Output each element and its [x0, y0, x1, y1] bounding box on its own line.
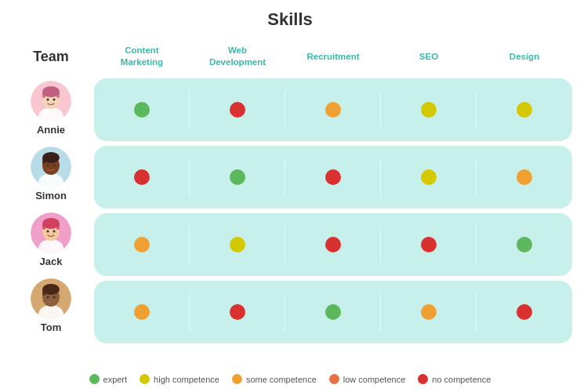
svg-rect-20	[56, 223, 60, 230]
skill-dot	[517, 237, 532, 252]
team-column: Team Annie	[8, 38, 94, 366]
avatar-annie	[31, 81, 71, 122]
skill-cell-simon-seo	[381, 146, 477, 209]
svg-rect-19	[42, 223, 45, 230]
skill-dot	[517, 304, 532, 320]
skill-dot	[230, 304, 245, 320]
skill-cell-annie-web_development	[190, 78, 285, 141]
person-name-annie: Annie	[37, 124, 65, 136]
team-label: Team	[33, 38, 69, 75]
skill-cell-simon-web_development	[190, 146, 285, 209]
page: Skills Team Annie	[0, 0, 580, 392]
legend-dot-high_competence	[140, 374, 150, 384]
svg-point-13	[47, 165, 49, 167]
skill-cell-annie-design	[477, 78, 572, 141]
skill-cell-tom-seo	[381, 281, 477, 343]
legend-label-expert: expert	[103, 375, 128, 384]
avatar-cell-jack: Jack	[31, 207, 71, 273]
grid-area: ContentMarketingWebDevelopmentRecruitmen…	[94, 38, 572, 366]
legend-label-high_competence: high competence	[154, 375, 219, 384]
skill-cell-jack-recruitment	[285, 213, 381, 276]
col-header-seo: SEO	[381, 38, 477, 75]
data-row-simon	[94, 146, 572, 209]
legend-label-low_competence: low competence	[343, 375, 406, 384]
skill-cell-tom-web_development	[190, 281, 285, 343]
legend-dot-some_competence	[232, 374, 242, 384]
svg-point-22	[53, 230, 56, 233]
person-name-jack: Jack	[40, 256, 63, 267]
legend-label-some_competence: some competence	[246, 375, 317, 384]
skill-dot	[325, 102, 341, 118]
svg-rect-27	[42, 289, 45, 296]
data-row-jack	[94, 213, 572, 276]
skill-dot	[421, 237, 437, 252]
legend-dot-low_competence	[329, 374, 339, 384]
data-rows	[94, 78, 572, 366]
svg-point-7	[53, 99, 56, 101]
avatar-cell-annie: Annie	[31, 75, 71, 141]
legend-item-low_competence: low competence	[329, 374, 406, 384]
skill-cell-tom-recruitment	[285, 281, 381, 343]
skill-dot	[134, 102, 150, 118]
skill-cell-annie-recruitment	[285, 78, 381, 141]
skill-cell-simon-recruitment	[285, 146, 381, 209]
col-header-web_development: WebDevelopment	[190, 38, 285, 75]
col-header-content_marketing: ContentMarketing	[94, 38, 190, 75]
legend-item-high_competence: high competence	[140, 374, 219, 384]
legend: experthigh competencesome competencelow …	[89, 374, 491, 384]
skill-dot	[517, 102, 532, 118]
data-row-tom	[94, 281, 572, 343]
skill-cell-jack-content_marketing	[94, 213, 190, 276]
skill-dot	[421, 102, 437, 118]
skill-dot	[134, 237, 150, 252]
person-name-tom: Tom	[41, 321, 61, 333]
legend-dot-no_competence	[418, 374, 428, 384]
legend-label-no_competence: no competence	[432, 375, 491, 384]
skill-dot	[421, 304, 437, 320]
skill-cell-annie-seo	[381, 78, 477, 141]
avatar-cell-simon: Simon	[31, 141, 71, 207]
skill-dot	[325, 237, 341, 252]
avatar-cell-tom: Tom	[31, 273, 71, 339]
col-header-design: Design	[477, 38, 572, 75]
person-name-simon: Simon	[35, 190, 67, 201]
skill-cell-tom-design	[477, 281, 572, 343]
svg-point-6	[47, 99, 49, 101]
skill-dot	[230, 237, 245, 252]
svg-rect-12	[42, 158, 45, 164]
svg-point-28	[47, 296, 49, 299]
legend-item-expert: expert	[89, 374, 128, 384]
svg-point-14	[53, 165, 56, 167]
svg-point-29	[53, 296, 56, 299]
legend-item-no_competence: no competence	[418, 374, 491, 384]
page-title: Skills	[267, 9, 312, 30]
skill-cell-jack-design	[477, 213, 572, 276]
skill-dot	[517, 169, 532, 185]
skill-cell-tom-content_marketing	[94, 281, 190, 343]
skill-dot	[134, 304, 150, 320]
svg-rect-5	[56, 92, 60, 98]
skill-cell-annie-content_marketing	[94, 78, 190, 141]
skill-cell-jack-web_development	[190, 213, 285, 276]
skill-dot	[421, 169, 437, 185]
avatar-tom	[31, 278, 71, 319]
skill-dot	[230, 169, 245, 185]
skill-dot	[230, 102, 245, 118]
main-content: Team Annie	[8, 38, 572, 366]
header-row: ContentMarketingWebDevelopmentRecruitmen…	[94, 38, 572, 75]
skill-dot	[325, 169, 341, 185]
svg-rect-4	[42, 92, 45, 98]
data-row-annie	[94, 78, 572, 141]
skill-dot	[134, 169, 150, 185]
legend-item-some_competence: some competence	[232, 374, 317, 384]
col-header-recruitment: Recruitment	[285, 38, 381, 75]
svg-point-21	[47, 230, 49, 233]
avatar-simon	[31, 147, 71, 187]
skill-cell-jack-seo	[381, 213, 477, 276]
legend-dot-expert	[89, 374, 100, 384]
avatar-jack	[31, 212, 71, 253]
skill-dot	[325, 304, 341, 320]
skill-cell-simon-content_marketing	[94, 146, 190, 209]
skill-cell-simon-design	[477, 146, 572, 209]
